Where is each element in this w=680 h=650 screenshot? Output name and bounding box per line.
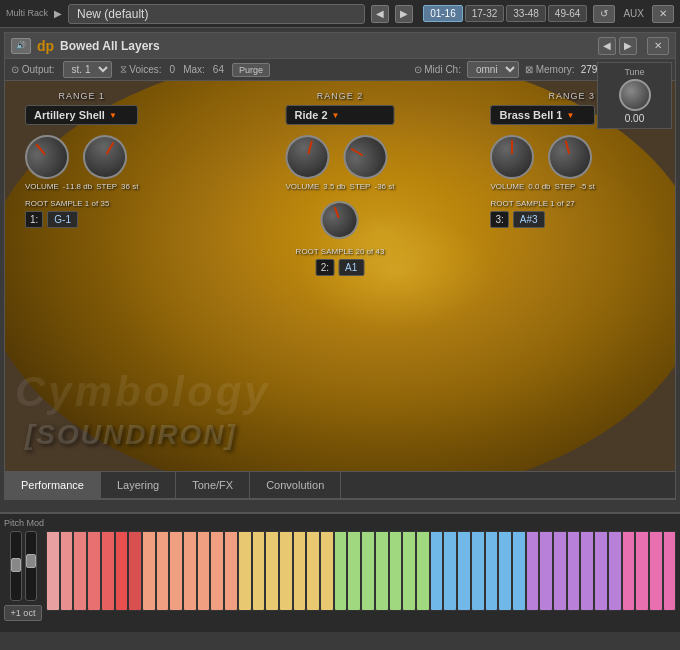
key-a4[interactable] (402, 531, 416, 611)
key-a2[interactable] (210, 531, 224, 611)
tabs-bar: Performance Layering Tone/FX Convolution (5, 471, 675, 499)
key-f1[interactable] (87, 531, 101, 611)
tab-convolution[interactable]: Convolution (250, 472, 341, 498)
key-f2[interactable] (183, 531, 197, 611)
key-g3[interactable] (293, 531, 307, 611)
key-g6[interactable] (580, 531, 594, 611)
key-f4[interactable] (375, 531, 389, 611)
key-a5[interactable] (498, 531, 512, 611)
key-f3[interactable] (279, 531, 293, 611)
range2-root-num: 2: (316, 259, 334, 276)
key-f7[interactable] (663, 531, 677, 611)
tune-knob[interactable] (619, 79, 651, 111)
tab-tone-fx[interactable]: Tone/FX (176, 472, 250, 498)
key-c7[interactable] (622, 531, 636, 611)
key-e6[interactable] (553, 531, 567, 611)
range2-root-note[interactable]: A1 (338, 259, 364, 276)
key-g1[interactable] (101, 531, 115, 611)
pitch-slider-1-handle[interactable] (11, 558, 21, 572)
range3-volume-knob-container (490, 135, 534, 179)
key-c2[interactable] (142, 531, 156, 611)
key-a6[interactable] (594, 531, 608, 611)
key-e5[interactable] (457, 531, 471, 611)
key-b4[interactable] (416, 531, 430, 611)
range2-volume-value: 3.5 db (323, 182, 345, 191)
key-d2[interactable] (156, 531, 170, 611)
key-b1[interactable] (128, 531, 142, 611)
inst-next-btn[interactable]: ▶ (619, 37, 637, 55)
bank-btn-1[interactable]: 01-16 (423, 5, 463, 22)
pitch-slider-2[interactable] (25, 531, 37, 601)
instance-name[interactable]: New (default) (68, 4, 365, 24)
range3-step-knob[interactable] (544, 130, 598, 184)
oct-button[interactable]: +1 oct (4, 605, 42, 621)
key-b5[interactable] (512, 531, 526, 611)
key-b2[interactable] (224, 531, 238, 611)
refresh-icon[interactable]: ↺ (593, 5, 615, 23)
key-f5[interactable] (471, 531, 485, 611)
pitch-slider-2-handle[interactable] (26, 554, 36, 568)
range3-label: RANGE 3 (490, 91, 595, 101)
range1-root-note[interactable]: G-1 (47, 211, 78, 228)
key-f6[interactable] (567, 531, 581, 611)
voices-label: ⧖ Voices: (120, 64, 162, 76)
key-b6[interactable] (608, 531, 622, 611)
instrument-header: 🔊 dp Bowed All Layers ◀ ▶ ✕ (5, 33, 675, 59)
range1-root-label: ROOT SAMPLE 1 of 35 (25, 199, 138, 208)
purge-btn[interactable]: Purge (232, 63, 270, 77)
close-icon[interactable]: ✕ (652, 5, 674, 23)
range1-volume-value: -11.8 db (63, 182, 92, 191)
range2-step-knob[interactable] (335, 127, 395, 187)
inst-prev-btn[interactable]: ◀ (598, 37, 616, 55)
bank-btn-4[interactable]: 49-64 (548, 5, 588, 22)
key-d5[interactable] (443, 531, 457, 611)
key-e4[interactable] (361, 531, 375, 611)
key-c3[interactable] (238, 531, 252, 611)
key-c4[interactable] (334, 531, 348, 611)
range2-dropdown[interactable]: Ride 2 ▼ (286, 105, 395, 125)
key-b3[interactable] (320, 531, 334, 611)
key-e2[interactable] (169, 531, 183, 611)
key-d1[interactable] (60, 531, 74, 611)
main-content: Cymbology RANGE 1 Artillery Shell ▼ (5, 81, 675, 471)
range1-section: RANGE 1 Artillery Shell ▼ VOLUME -11.8 d… (25, 91, 138, 228)
key-g2[interactable] (197, 531, 211, 611)
key-e7[interactable] (649, 531, 663, 611)
key-c5[interactable] (430, 531, 444, 611)
key-g5[interactable] (485, 531, 499, 611)
key-d7[interactable] (635, 531, 649, 611)
key-a3[interactable] (306, 531, 320, 611)
bank-btn-2[interactable]: 17-32 (465, 5, 505, 22)
key-e1[interactable] (73, 531, 87, 611)
key-e3[interactable] (265, 531, 279, 611)
range1-volume-knob[interactable] (16, 126, 78, 188)
range2-section: RANGE 2 Ride 2 ▼ VOLUME 3.5 db STEP (286, 91, 395, 276)
pitch-slider-1[interactable] (10, 531, 22, 601)
key-d3[interactable] (252, 531, 266, 611)
key-a1[interactable] (115, 531, 129, 611)
key-c6[interactable] (526, 531, 540, 611)
range1-step-label: STEP (96, 182, 117, 191)
range1-step-knob[interactable] (75, 127, 135, 187)
inst-close-icon[interactable]: ✕ (647, 37, 669, 55)
key-d6[interactable] (539, 531, 553, 611)
range3-dropdown[interactable]: Brass Bell 1 ▼ (490, 105, 595, 125)
range3-root-note[interactable]: A#3 (513, 211, 545, 228)
range3-volume-label: VOLUME (490, 182, 524, 191)
key-d4[interactable] (347, 531, 361, 611)
prev-btn[interactable]: ◀ (371, 5, 389, 23)
output-select[interactable]: st. 1 (63, 61, 112, 78)
key-c1[interactable] (46, 531, 60, 611)
next-btn[interactable]: ▶ (395, 5, 413, 23)
keyboard-container (46, 531, 676, 611)
key-g4[interactable] (389, 531, 403, 611)
midi-select[interactable]: omni (467, 61, 519, 78)
range2-volume-knob[interactable] (281, 130, 335, 184)
range2-extra-knob[interactable] (316, 196, 365, 245)
tab-performance[interactable]: Performance (5, 472, 101, 498)
bank-btn-3[interactable]: 33-48 (506, 5, 546, 22)
output-label: ⊙ Output: (11, 64, 55, 75)
range3-volume-knob[interactable] (490, 135, 534, 179)
tab-layering[interactable]: Layering (101, 472, 176, 498)
range1-dropdown[interactable]: Artillery Shell ▼ (25, 105, 138, 125)
